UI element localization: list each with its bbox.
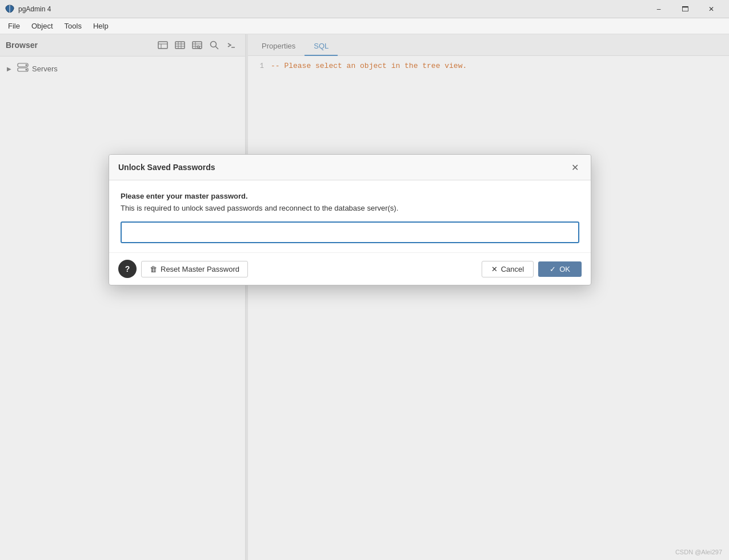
title-bar: pgAdmin 4 – 🗖 ✕ (0, 0, 729, 18)
dialog-overlay (0, 34, 729, 560)
dialog-message-primary: Please enter your master password. (121, 192, 579, 200)
cancel-label: Cancel (501, 265, 524, 273)
master-password-input[interactable] (121, 221, 579, 243)
ok-icon: ✓ (550, 265, 556, 273)
dialog-message-secondary: This is required to unlock saved passwor… (121, 204, 579, 212)
title-bar-controls: – 🗖 ✕ (646, 0, 724, 18)
dialog-body: Please enter your master password. This … (109, 180, 591, 252)
cancel-icon: ✕ (491, 265, 498, 273)
ok-button[interactable]: ✓ OK (538, 261, 582, 277)
menu-help[interactable]: Help (87, 19, 114, 33)
menu-object[interactable]: Object (26, 19, 59, 33)
unlock-password-dialog: Unlock Saved Passwords ✕ Please enter yo… (109, 154, 591, 285)
app-icon (5, 4, 15, 14)
app-title: pgAdmin 4 (18, 5, 646, 13)
dialog-footer: ? 🗑 Reset Master Password ✕ Cancel ✓ OK (109, 252, 591, 285)
ok-label: OK (559, 265, 570, 273)
footer-right: ✕ Cancel ✓ OK (482, 261, 582, 277)
reset-master-password-button[interactable]: 🗑 Reset Master Password (141, 261, 248, 277)
menu-bar: File Object Tools Help (0, 18, 729, 34)
reset-icon: 🗑 (150, 265, 157, 273)
dialog-close-button[interactable]: ✕ (568, 160, 582, 174)
maximize-button[interactable]: 🗖 (672, 0, 698, 18)
menu-tools[interactable]: Tools (59, 19, 87, 33)
menu-file[interactable]: File (2, 19, 26, 33)
dialog-header: Unlock Saved Passwords ✕ (109, 155, 591, 180)
cancel-button[interactable]: ✕ Cancel (482, 261, 534, 277)
close-button[interactable]: ✕ (698, 0, 724, 18)
footer-left: ? 🗑 Reset Master Password (118, 260, 248, 278)
dialog-title: Unlock Saved Passwords (118, 163, 215, 172)
minimize-button[interactable]: – (646, 0, 672, 18)
reset-label: Reset Master Password (161, 265, 239, 273)
help-button[interactable]: ? (118, 260, 137, 278)
